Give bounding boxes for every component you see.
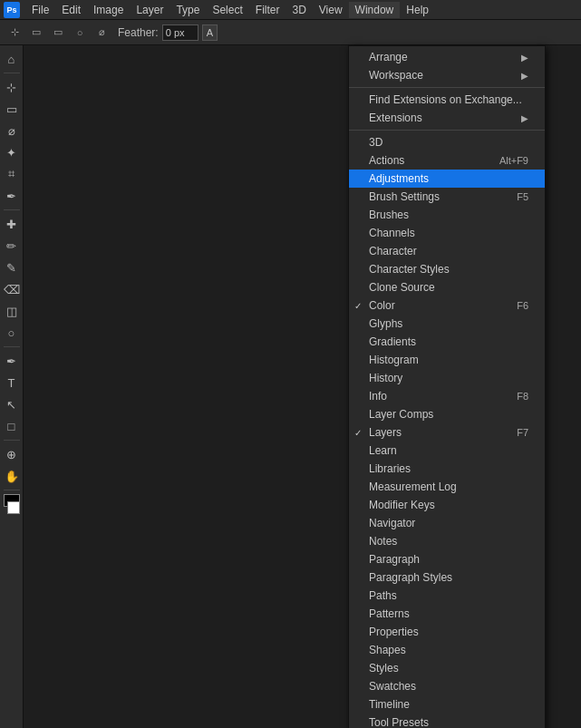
tool-zoom[interactable]: ⊕: [2, 444, 22, 464]
tool-hand[interactable]: ✋: [2, 466, 22, 486]
feather-label: Feather:: [118, 26, 159, 39]
menu-item-histogram[interactable]: Histogram: [349, 351, 545, 369]
menu-item-properties[interactable]: Properties: [349, 623, 545, 641]
menu-item-actions[interactable]: Actions Alt+F9: [349, 151, 545, 170]
menu-item-shapes[interactable]: Shapes: [349, 641, 545, 659]
menu-item-brush-settings[interactable]: Brush Settings F5: [349, 188, 545, 206]
tool-path-select[interactable]: ↖: [2, 394, 22, 414]
tools-panel: ⌂ ⊹ ▭ ⌀ ✦ ⌗ ✒ ✚ ✏ ✎ ⌫ ◫ ○ ✒ T ↖ □ ⊕ ✋: [0, 45, 24, 728]
menu-item-timeline[interactable]: Timeline: [349, 695, 545, 713]
lasso-icon: ⌀: [92, 24, 111, 42]
menu-item-libraries[interactable]: Libraries: [349, 460, 545, 478]
menu-edit[interactable]: Edit: [55, 2, 87, 18]
menu-item-paragraph[interactable]: Paragraph: [349, 550, 545, 568]
menu-filter[interactable]: Filter: [249, 2, 286, 18]
menu-item-3d[interactable]: 3D: [349, 133, 545, 151]
anti-alias-badge: A: [202, 24, 218, 41]
tool-divider-1: [4, 73, 20, 73]
rect2-icon: ▭: [49, 24, 67, 42]
tool-crop[interactable]: ⌗: [2, 164, 22, 184]
background-color[interactable]: [7, 501, 20, 514]
tool-clone[interactable]: ✎: [2, 257, 22, 277]
tool-eraser[interactable]: ⌫: [2, 279, 22, 299]
tool-lasso[interactable]: ⌀: [2, 121, 22, 141]
menu-item-workspace[interactable]: Workspace ▶: [349, 66, 545, 84]
menu-item-channels[interactable]: Channels: [349, 224, 545, 242]
canvas-area: Arrange ▶ Workspace ▶ Find Extensions on…: [24, 45, 581, 728]
menu-item-learn[interactable]: Learn: [349, 442, 545, 460]
arrow-icon: ▶: [521, 53, 528, 63]
check-icon: ✓: [354, 428, 362, 438]
menu-item-brushes[interactable]: Brushes: [349, 206, 545, 224]
ellipse-icon: ○: [71, 24, 89, 42]
menu-item-find-extensions[interactable]: Find Extensions on Exchange...: [349, 91, 545, 109]
tool-marquee[interactable]: ▭: [2, 99, 22, 119]
menu-view[interactable]: View: [313, 2, 349, 18]
rect-icon: ▭: [27, 24, 45, 42]
tool-divider-4: [4, 440, 20, 441]
menu-item-color[interactable]: ✓ Color F6: [349, 296, 545, 315]
main-area: ⌂ ⊹ ▭ ⌀ ✦ ⌗ ✒ ✚ ✏ ✎ ⌫ ◫ ○ ✒ T ↖ □ ⊕ ✋: [0, 45, 581, 728]
arrow-icon: ▶: [521, 71, 528, 81]
window-menu-dropdown: Arrange ▶ Workspace ▶ Find Extensions on…: [348, 45, 546, 728]
tool-brush[interactable]: ✏: [2, 236, 22, 256]
tool-shape[interactable]: □: [2, 416, 22, 436]
menu-item-notes[interactable]: Notes: [349, 532, 545, 550]
dropdown-overlay: Arrange ▶ Workspace ▶ Find Extensions on…: [24, 45, 581, 728]
menu-item-paragraph-styles[interactable]: Paragraph Styles: [349, 568, 545, 587]
menu-3d[interactable]: 3D: [286, 2, 312, 18]
divider-1: [349, 87, 545, 88]
menu-layer[interactable]: Layer: [130, 2, 169, 18]
menubar: Ps File Edit Image Layer Type Select Fil…: [0, 0, 581, 20]
options-toolbar: ⊹ ▭ ▭ ○ ⌀ Feather: A: [0, 20, 581, 45]
menu-item-extensions[interactable]: Extensions ▶: [349, 109, 545, 127]
menu-item-paths[interactable]: Paths: [349, 587, 545, 605]
tool-divider-2: [4, 209, 20, 210]
arrow-icon: ▶: [521, 113, 528, 123]
tool-heal[interactable]: ✚: [2, 214, 22, 234]
menu-item-info[interactable]: Info F8: [349, 387, 545, 405]
menu-item-layer-comps[interactable]: Layer Comps: [349, 405, 545, 423]
menu-item-character[interactable]: Character: [349, 242, 545, 260]
menu-item-clone-source[interactable]: Clone Source: [349, 278, 545, 296]
menu-item-adjustments[interactable]: Adjustments: [349, 170, 545, 188]
menu-type[interactable]: Type: [169, 2, 206, 18]
menu-help[interactable]: Help: [400, 2, 435, 18]
menu-item-patterns[interactable]: Patterns: [349, 605, 545, 623]
tool-move[interactable]: ⊹: [2, 77, 22, 97]
move-icon: ⊹: [5, 24, 24, 42]
menu-item-swatches[interactable]: Swatches: [349, 677, 545, 695]
tool-text[interactable]: T: [2, 373, 22, 393]
menu-item-gradients[interactable]: Gradients: [349, 333, 545, 351]
menu-item-tool-presets[interactable]: Tool Presets: [349, 713, 545, 728]
menu-select[interactable]: Select: [206, 2, 248, 18]
tool-divider-3: [4, 346, 20, 347]
menu-item-history[interactable]: History: [349, 369, 545, 387]
menu-item-measurement-log[interactable]: Measurement Log: [349, 478, 545, 496]
tool-divider-5: [4, 490, 20, 490]
menu-file[interactable]: File: [25, 2, 55, 18]
check-icon: ✓: [354, 301, 362, 311]
menu-window[interactable]: Window: [349, 2, 401, 18]
feather-input[interactable]: [162, 24, 199, 41]
menu-item-styles[interactable]: Styles: [349, 659, 545, 677]
menu-item-character-styles[interactable]: Character Styles: [349, 260, 545, 278]
tool-gradient[interactable]: ◫: [2, 301, 22, 321]
menu-item-arrange[interactable]: Arrange ▶: [349, 48, 545, 66]
divider-2: [349, 130, 545, 131]
menu-item-modifier-keys[interactable]: Modifier Keys: [349, 496, 545, 514]
ps-logo: Ps: [4, 2, 20, 18]
menu-item-navigator[interactable]: Navigator: [349, 514, 545, 532]
tool-eyedropper[interactable]: ✒: [2, 186, 22, 206]
tool-home[interactable]: ⌂: [2, 49, 22, 69]
tool-pen[interactable]: ✒: [2, 351, 22, 371]
tool-magic-wand[interactable]: ✦: [2, 142, 22, 162]
tool-dodge[interactable]: ○: [2, 323, 22, 343]
menu-item-layers[interactable]: ✓ Layers F7: [349, 423, 545, 442]
menu-image[interactable]: Image: [87, 2, 130, 18]
menu-item-glyphs[interactable]: Glyphs: [349, 315, 545, 333]
